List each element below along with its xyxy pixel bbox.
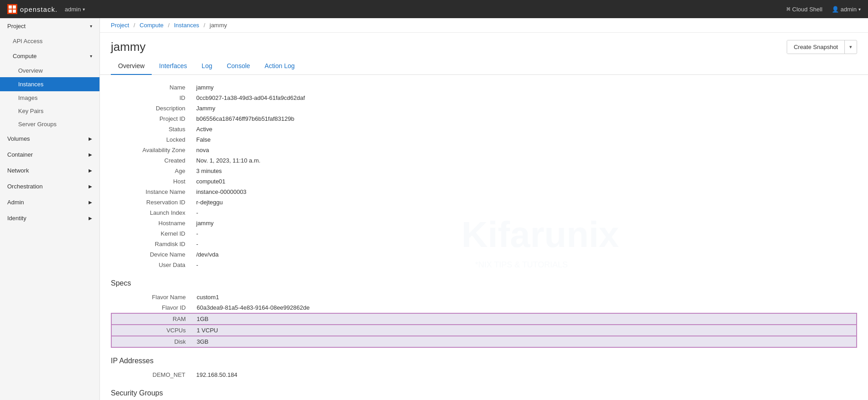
label-created: Created: [111, 155, 193, 166]
breadcrumb-instances[interactable]: Instances: [174, 22, 199, 29]
create-snapshot-label[interactable]: Create Snapshot: [787, 40, 845, 54]
topbar-right: ⌘ Cloud Shell 👤 admin ▾: [787, 5, 861, 13]
value-description: Jammy: [193, 103, 857, 114]
sidebar-item-overview[interactable]: Overview: [0, 64, 99, 77]
cloud-shell-button[interactable]: ⌘ Cloud Shell: [787, 5, 823, 13]
sidebar-container-label: Container: [7, 151, 33, 158]
identity-chevron-icon: ▶: [89, 216, 92, 221]
content-area: Project / Compute / Instances / jammy ja…: [100, 18, 868, 400]
value-flavor-id[interactable]: 60a3dea9-81a5-4e83-9164-08ee992862de: [193, 302, 857, 313]
table-row: Reservation ID r-dejteggu: [111, 197, 857, 207]
svg-rect-1: [13, 5, 16, 9]
value-flavor-name: custom1: [193, 292, 857, 302]
sidebar-network-header[interactable]: Network ▶: [0, 163, 99, 178]
tab-console[interactable]: Console: [219, 58, 257, 75]
table-row: Device Name /dev/vda: [111, 249, 857, 260]
table-row: Hostname jammy: [111, 218, 857, 228]
label-launch-index: Launch Index: [111, 207, 193, 218]
sidebar-item-instances[interactable]: Instances: [0, 77, 99, 91]
label-status: Status: [111, 124, 193, 134]
value-project-id: b06556ca186746ff97b6b51faf83129b: [193, 114, 857, 124]
instance-details-table: Name jammy ID 0ccb9027-1a38-49d3-ad04-61…: [111, 82, 857, 270]
value-demo-net: 192.168.50.184: [193, 370, 857, 380]
sidebar-section-network: Network ▶: [0, 163, 99, 178]
user-caret-icon: ▾: [858, 7, 861, 12]
sidebar: Project ▾ API Access Compute ▾ Overview …: [0, 18, 100, 400]
table-row: Ramdisk ID -: [111, 239, 857, 249]
label-availability-zone: Availability Zone: [111, 145, 193, 155]
table-row: Kernel ID -: [111, 228, 857, 239]
sidebar-identity-header[interactable]: Identity ▶: [0, 210, 99, 226]
orchestration-chevron-icon: ▶: [89, 184, 92, 189]
tab-overview[interactable]: Overview: [111, 58, 152, 75]
table-row: Age 3 minutes: [111, 166, 857, 176]
table-row: Status Active: [111, 124, 857, 134]
volumes-chevron-icon: ▶: [89, 136, 92, 141]
tab-log[interactable]: Log: [194, 58, 219, 75]
sidebar-item-api-access[interactable]: API Access: [0, 34, 99, 48]
sidebar-container-header[interactable]: Container ▶: [0, 147, 99, 163]
sidebar-compute-label: Compute: [13, 53, 37, 59]
sidebar-section-container: Container ▶: [0, 147, 99, 163]
sidebar-orchestration-label: Orchestration: [7, 183, 43, 190]
svg-rect-3: [13, 10, 16, 13]
sidebar-compute-header[interactable]: Compute ▾: [0, 48, 99, 64]
breadcrumb-sep-3: /: [203, 22, 205, 29]
value-instance-name: instance-00000003: [193, 187, 857, 197]
tab-action-log[interactable]: Action Log: [258, 58, 302, 75]
value-kernel-id: -: [193, 228, 857, 239]
label-demo-net: DEMO_NET: [111, 370, 193, 380]
sidebar-identity-label: Identity: [7, 215, 26, 222]
user-menu-button[interactable]: 👤 admin ▾: [832, 6, 861, 13]
value-vcpus: 1 VCPU: [193, 325, 857, 336]
specs-ram-row: RAM 1GB: [111, 313, 857, 325]
create-snapshot-caret-icon[interactable]: ▾: [845, 41, 857, 53]
sidebar-section-orchestration: Orchestration ▶: [0, 178, 99, 194]
create-snapshot-button[interactable]: Create Snapshot ▾: [787, 40, 857, 54]
table-row: Availability Zone nova: [111, 145, 857, 155]
label-user-data: User Data: [111, 260, 193, 270]
table-row: Host compute01: [111, 176, 857, 187]
table-row: Description Jammy: [111, 103, 857, 114]
value-launch-index: -: [193, 207, 857, 218]
breadcrumb: Project / Compute / Instances / jammy: [100, 18, 868, 33]
sidebar-volumes-header[interactable]: Volumes ▶: [0, 131, 99, 147]
tab-interfaces[interactable]: Interfaces: [152, 58, 194, 75]
label-hostname: Hostname: [111, 218, 193, 228]
breadcrumb-sep-2: /: [168, 22, 170, 29]
sidebar-admin-header[interactable]: Admin ▶: [0, 194, 99, 210]
specs-disk-row: Disk 3GB: [111, 336, 857, 347]
user-label: admin: [841, 6, 857, 13]
breadcrumb-compute[interactable]: Compute: [139, 22, 164, 29]
security-groups-heading: Security Groups: [111, 389, 857, 397]
value-reservation-id: r-dejteggu: [193, 197, 857, 207]
table-row: ID 0ccb9027-1a38-49d3-ad04-61fa9cd62daf: [111, 93, 857, 103]
label-locked: Locked: [111, 134, 193, 145]
sidebar-orchestration-header[interactable]: Orchestration ▶: [0, 178, 99, 194]
table-row: Locked False: [111, 134, 857, 145]
value-ramdisk-id: -: [193, 239, 857, 249]
sidebar-item-images[interactable]: Images: [0, 91, 99, 104]
main-layout: Project ▾ API Access Compute ▾ Overview …: [0, 18, 868, 400]
sidebar-section-identity: Identity ▶: [0, 210, 99, 226]
sidebar-project-header[interactable]: Project ▾: [0, 18, 99, 34]
page-title: jammy: [111, 40, 146, 54]
value-device-name: /dev/vda: [193, 249, 857, 260]
sidebar-item-server-groups[interactable]: Server Groups: [0, 118, 99, 131]
label-age: Age: [111, 166, 193, 176]
value-disk: 3GB: [193, 336, 857, 347]
breadcrumb-project[interactable]: Project: [111, 22, 129, 29]
table-row: User Data -: [111, 260, 857, 270]
terminal-icon: ⌘: [787, 5, 790, 13]
topbar-admin-menu[interactable]: admin ▾: [65, 6, 85, 13]
label-description: Description: [111, 103, 193, 114]
sidebar-item-key-pairs[interactable]: Key Pairs: [0, 104, 99, 118]
admin-caret-icon: ▾: [83, 7, 85, 12]
topbar: openstack. admin ▾ ⌘ Cloud Shell 👤 admin…: [0, 0, 868, 18]
table-row: Project ID b06556ca186746ff97b6b51faf831…: [111, 114, 857, 124]
compute-chevron-icon: ▾: [90, 54, 92, 59]
container-chevron-icon: ▶: [89, 152, 92, 157]
page-header: jammy Create Snapshot ▾: [100, 33, 868, 58]
sidebar-section-compute: Compute ▾ Overview Instances Images Key …: [0, 48, 99, 131]
svg-rect-0: [9, 5, 12, 9]
